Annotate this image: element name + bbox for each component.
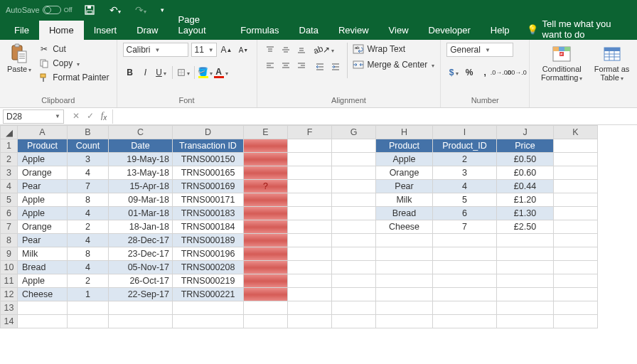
cell-G12[interactable]: [332, 288, 376, 301]
cell-D11[interactable]: TRNS000219: [173, 274, 244, 288]
accounting-format-button[interactable]: $: [446, 65, 461, 80]
col-header-J[interactable]: J: [497, 126, 554, 139]
cell-B11[interactable]: 2: [68, 274, 109, 288]
cell-H7[interactable]: Cheese: [376, 220, 433, 234]
row-header-14[interactable]: 14: [1, 315, 18, 328]
worksheet-grid[interactable]: ◢ABCDEFGHIJK1ProductCountDateTransaction…: [0, 125, 637, 328]
cell-A4[interactable]: Pear: [18, 180, 68, 193]
cell-I10[interactable]: [433, 261, 497, 274]
cell-B2[interactable]: 3: [68, 153, 109, 166]
cell-C13[interactable]: [109, 301, 173, 315]
row-header-4[interactable]: 4: [1, 180, 18, 193]
cell-G7[interactable]: [332, 220, 376, 234]
cell-H10[interactable]: [376, 261, 433, 274]
row-header-5[interactable]: 5: [1, 193, 18, 207]
cell-I11[interactable]: [433, 274, 497, 288]
cell-A2[interactable]: Apple: [18, 153, 68, 166]
col-header-G[interactable]: G: [332, 126, 376, 139]
paste-button[interactable]: Paste: [6, 43, 33, 75]
cell-A7[interactable]: Orange: [18, 220, 68, 234]
cell-D8[interactable]: TRNS000189: [173, 234, 244, 247]
cell-F13[interactable]: [288, 301, 332, 315]
tab-insert[interactable]: Insert: [84, 21, 127, 40]
cell-J9[interactable]: [497, 247, 554, 261]
cell-G5[interactable]: [332, 193, 376, 207]
cell-F4[interactable]: [288, 180, 332, 193]
font-name-combo[interactable]: Calibri▼: [123, 43, 188, 57]
cell-B12[interactable]: 1: [68, 288, 109, 301]
cell-C4[interactable]: 15-Apr-18: [109, 180, 173, 193]
cell-A10[interactable]: Bread: [18, 261, 68, 274]
cell-H13[interactable]: [376, 301, 433, 315]
autosave-toggle[interactable]: [43, 6, 61, 14]
qat-customize-icon[interactable]: ▾: [158, 6, 167, 14]
cell-D14[interactable]: [173, 315, 244, 328]
cell-H6[interactable]: Bread: [376, 207, 433, 220]
tab-data[interactable]: Data: [289, 21, 328, 40]
cell-C11[interactable]: 26-Oct-17: [109, 274, 173, 288]
cell-B6[interactable]: 4: [68, 207, 109, 220]
cell-F6[interactable]: [288, 207, 332, 220]
cell-D13[interactable]: [173, 301, 244, 315]
cell-J4[interactable]: £0.44: [497, 180, 554, 193]
format-as-table-button[interactable]: Format as Table: [592, 43, 631, 83]
cell-F10[interactable]: [288, 261, 332, 274]
number-format-combo[interactable]: General▼: [446, 43, 513, 57]
cell-F7[interactable]: [288, 220, 332, 234]
col-header-C[interactable]: C: [109, 126, 173, 139]
cell-B7[interactable]: 2: [68, 220, 109, 234]
cell-G11[interactable]: [332, 274, 376, 288]
cell-I13[interactable]: [433, 301, 497, 315]
cell-G14[interactable]: [332, 315, 376, 328]
cell-A5[interactable]: Apple: [18, 193, 68, 207]
cell-E4[interactable]: ?: [244, 180, 288, 193]
cell-G1[interactable]: [332, 139, 376, 153]
cell-D10[interactable]: TRNS000208: [173, 261, 244, 274]
cell-F1[interactable]: [288, 139, 332, 153]
cell-D9[interactable]: TRNS000196: [173, 247, 244, 261]
cell-I5[interactable]: 5: [433, 193, 497, 207]
undo-icon[interactable]: ↶▾: [107, 4, 124, 16]
cell-G8[interactable]: [332, 234, 376, 247]
tab-review[interactable]: Review: [328, 21, 379, 40]
borders-button[interactable]: [176, 65, 191, 80]
cell-I2[interactable]: 2: [433, 153, 497, 166]
align-center-button[interactable]: [279, 58, 293, 73]
cell-H2[interactable]: Apple: [376, 153, 433, 166]
cell-C3[interactable]: 13-May-18: [109, 166, 173, 180]
save-icon[interactable]: [81, 4, 98, 16]
cell-K6[interactable]: [554, 207, 598, 220]
cell-C8[interactable]: 28-Dec-17: [109, 234, 173, 247]
cell-F9[interactable]: [288, 247, 332, 261]
orientation-button[interactable]: ab↗: [313, 43, 336, 57]
cell-J1[interactable]: Price: [497, 139, 554, 153]
cell-C10[interactable]: 05-Nov-17: [109, 261, 173, 274]
cell-A11[interactable]: Apple: [18, 274, 68, 288]
cell-F11[interactable]: [288, 274, 332, 288]
row-header-2[interactable]: 2: [1, 153, 18, 166]
cell-E2[interactable]: [244, 153, 288, 166]
cell-F12[interactable]: [288, 288, 332, 301]
cell-E5[interactable]: [244, 193, 288, 207]
bold-button[interactable]: B: [123, 65, 137, 80]
row-header-10[interactable]: 10: [1, 261, 18, 274]
select-all-corner[interactable]: ◢: [1, 126, 18, 139]
cell-I9[interactable]: [433, 247, 497, 261]
copy-button[interactable]: Copy: [37, 57, 110, 70]
cell-G13[interactable]: [332, 301, 376, 315]
cell-K14[interactable]: [554, 315, 598, 328]
cell-F2[interactable]: [288, 153, 332, 166]
col-header-K[interactable]: K: [554, 126, 598, 139]
cell-J8[interactable]: [497, 234, 554, 247]
cell-E7[interactable]: [244, 220, 288, 234]
row-header-6[interactable]: 6: [1, 207, 18, 220]
row-header-3[interactable]: 3: [1, 166, 18, 180]
increase-indent-button[interactable]: [328, 60, 343, 74]
cell-J10[interactable]: [497, 261, 554, 274]
cell-F3[interactable]: [288, 166, 332, 180]
cancel-formula-icon[interactable]: ✕: [73, 111, 80, 121]
row-header-11[interactable]: 11: [1, 274, 18, 288]
col-header-B[interactable]: B: [68, 126, 109, 139]
increase-font-button[interactable]: A▲: [220, 43, 234, 57]
cell-J5[interactable]: £1.20: [497, 193, 554, 207]
